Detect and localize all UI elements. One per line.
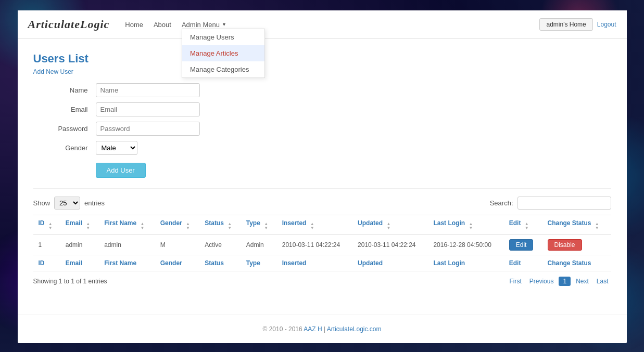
main-content: Users List Add New User Name Email Passw…	[18, 39, 627, 299]
col-updated[interactable]: Updated ▲▼	[352, 215, 428, 235]
page-title: Users List	[33, 52, 611, 66]
sort-arrows-status: ▲▼	[228, 222, 232, 230]
entries-select[interactable]: 25 10 50 100	[54, 197, 80, 210]
cell-first-name: admin	[99, 235, 155, 255]
sort-arrows-changestatus: ▲▼	[595, 222, 599, 230]
footer-type: Type	[241, 255, 277, 271]
admin-dropdown: Manage Users Manage Articles Manage Cate…	[182, 29, 265, 78]
col-last-login[interactable]: Last Login ▲▼	[428, 215, 503, 235]
password-label: Password	[33, 125, 96, 133]
cell-gender: M	[155, 235, 199, 255]
name-label: Name	[33, 86, 96, 94]
cell-status: Active	[199, 235, 241, 255]
disable-button[interactable]: Disable	[548, 239, 582, 251]
form-row-email: Email	[33, 102, 611, 116]
users-table: ID ▲▼ Email ▲▼ First Name ▲▼ Gender ▲▼ S…	[33, 215, 611, 271]
admin-home-button[interactable]: admin's Home	[539, 18, 592, 31]
table-footer-row: ID Email First Name Gender Status Type I…	[33, 255, 611, 271]
divider	[33, 188, 611, 189]
entries-label: entries	[84, 199, 105, 207]
name-input[interactable]	[96, 83, 200, 97]
gender-select[interactable]: Male Female	[96, 141, 137, 155]
footer-change-status: Change Status	[542, 255, 611, 271]
col-edit[interactable]: Edit ▲▼	[504, 215, 542, 235]
brand-logo: ArticulateLogic	[28, 18, 110, 31]
footer-gender: Gender	[155, 255, 199, 271]
footer-edit: Edit	[504, 255, 542, 271]
sort-arrows-type: ▲▼	[264, 222, 268, 230]
col-id[interactable]: ID ▲▼	[33, 215, 60, 235]
navbar: ArticulateLogic Home About Admin Menu Ma…	[18, 10, 627, 39]
cell-change-status: Disable	[542, 235, 611, 255]
footer-last-login: Last Login	[428, 255, 503, 271]
table-controls: Show 25 10 50 100 entries Search:	[33, 197, 611, 210]
table-row: 1 admin admin M Active Admin 2010-03-11 …	[33, 235, 611, 255]
cell-id: 1	[33, 235, 60, 255]
show-entries: Show 25 10 50 100 entries	[33, 197, 105, 210]
next-page-link[interactable]: Next	[573, 277, 591, 286]
add-user-btn-row: Add User	[33, 160, 611, 178]
add-user-form: Name Email Password Gender Male Female A…	[33, 83, 611, 178]
edit-button[interactable]: Edit	[509, 239, 534, 251]
col-gender[interactable]: Gender ▲▼	[155, 215, 199, 235]
dropdown-manage-categories[interactable]: Manage Categories	[182, 61, 264, 77]
col-email[interactable]: Email ▲▼	[60, 215, 99, 235]
brand-name: ArticulateLogic	[28, 18, 110, 31]
search-input[interactable]	[517, 197, 611, 210]
show-label: Show	[33, 199, 50, 207]
email-label: Email	[33, 106, 96, 113]
gender-label: Gender	[33, 144, 96, 152]
table-header-row: ID ▲▼ Email ▲▼ First Name ▲▼ Gender ▲▼ S…	[33, 215, 611, 235]
form-row-password: Password	[33, 122, 611, 136]
col-status[interactable]: Status ▲▼	[199, 215, 241, 235]
search-area: Search:	[490, 197, 611, 210]
col-type[interactable]: Type ▲▼	[241, 215, 277, 235]
col-change-status[interactable]: Change Status ▲▼	[542, 215, 611, 235]
password-input[interactable]	[96, 122, 200, 136]
pagination: First Previous 1 Next Last	[507, 277, 611, 286]
footer-updated: Updated	[352, 255, 428, 271]
col-inserted[interactable]: Inserted ▲▼	[277, 215, 352, 235]
nav-about[interactable]: About	[154, 21, 171, 29]
first-page-link[interactable]: First	[507, 277, 524, 286]
sort-arrows-edit: ▲▼	[525, 222, 529, 230]
add-user-button[interactable]: Add User	[96, 163, 146, 178]
nav-links: Home About Admin Menu Manage Users Manag…	[125, 21, 539, 29]
footer-link-articulatelogic[interactable]: ArticulateLogic.com	[327, 325, 382, 333]
sort-arrows-id: ▲▼	[48, 222, 53, 230]
sort-arrows-inserted: ▲▼	[310, 222, 314, 230]
cell-edit: Edit	[504, 235, 542, 255]
previous-page-link[interactable]: Previous	[527, 277, 557, 286]
current-page: 1	[559, 277, 571, 286]
admin-menu-container: Admin Menu Manage Users Manage Articles …	[182, 21, 226, 29]
footer-id: ID	[33, 255, 60, 271]
sort-arrows-lastlogin: ▲▼	[469, 222, 473, 230]
table-footer: Showing 1 to 1 of 1 entries First Previo…	[33, 277, 611, 286]
footer-inserted: Inserted	[277, 255, 352, 271]
sort-arrows-firstname: ▲▼	[141, 222, 145, 230]
footer-link-aazh[interactable]: AAZ H	[304, 325, 322, 333]
page-footer: © 2010 - 2016 AAZ H | ArticulateLogic.co…	[18, 315, 627, 343]
footer-status: Status	[199, 255, 241, 271]
last-page-link[interactable]: Last	[594, 277, 611, 286]
page-wrapper: ArticulateLogic Home About Admin Menu Ma…	[18, 10, 627, 343]
logout-button[interactable]: Logout	[597, 21, 616, 28]
add-new-user-link[interactable]: Add New User	[33, 68, 611, 75]
dropdown-manage-users[interactable]: Manage Users	[182, 29, 264, 45]
search-label: Search:	[490, 199, 513, 207]
cell-inserted: 2010-03-11 04:22:24	[277, 235, 352, 255]
sort-arrows-updated: ▲▼	[386, 222, 390, 230]
footer-first-name: First Name	[99, 255, 155, 271]
dropdown-manage-articles[interactable]: Manage Articles	[182, 45, 264, 61]
admin-menu-button[interactable]: Admin Menu	[182, 21, 226, 29]
navbar-right: admin's Home Logout	[539, 18, 616, 31]
footer-email: Email	[60, 255, 99, 271]
admin-menu-label: Admin Menu	[182, 21, 220, 29]
col-first-name[interactable]: First Name ▲▼	[99, 215, 155, 235]
cell-email: admin	[60, 235, 99, 255]
sort-arrows-email: ▲▼	[86, 222, 90, 230]
email-input[interactable]	[96, 102, 200, 116]
copyright-text: © 2010 - 2016 AAZ H | ArticulateLogic.co…	[262, 325, 381, 333]
form-row-name: Name	[33, 83, 611, 97]
nav-home[interactable]: Home	[125, 21, 143, 29]
